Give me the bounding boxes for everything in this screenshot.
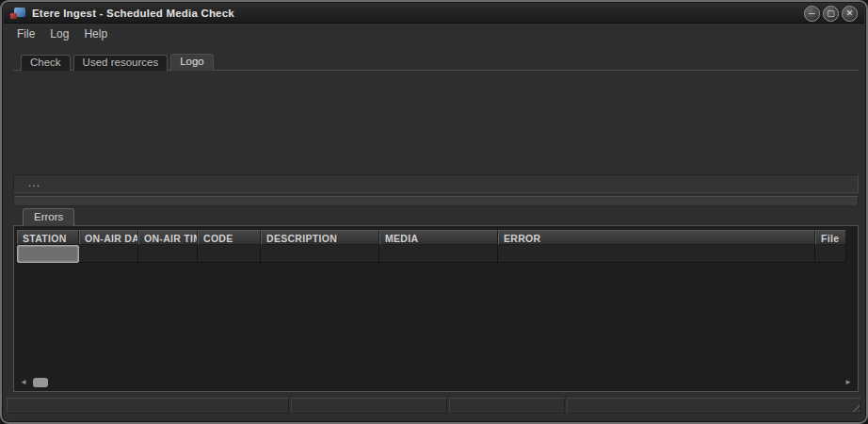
info-bar: ... <box>13 174 859 193</box>
main-tabstrip: Check Used resources Logo <box>21 55 214 71</box>
logo-tab-page <box>13 70 859 170</box>
table-cell-on-air-time[interactable] <box>138 245 198 263</box>
column-header-station[interactable]: STATION <box>17 230 79 245</box>
minimize-button[interactable]: ─ <box>804 6 820 22</box>
tab-used-resources[interactable]: Used resources <box>73 55 169 71</box>
resize-grip[interactable] <box>849 401 860 412</box>
maximize-button[interactable]: ▢ <box>823 6 839 22</box>
maximize-icon: ▢ <box>827 8 835 18</box>
minimize-icon: ─ <box>809 8 814 18</box>
scroll-left-icon[interactable]: ◄ <box>18 376 29 389</box>
menu-item-log[interactable]: Log <box>44 26 74 41</box>
menu-item-file[interactable]: File <box>11 26 40 41</box>
table-row[interactable] <box>17 245 846 263</box>
table-cell-file[interactable] <box>815 245 846 263</box>
column-header-on-air-time[interactable]: ON-AIR TIM <box>138 230 198 245</box>
column-header-media[interactable]: MEDIA <box>379 230 498 245</box>
table-cell-media[interactable] <box>379 245 498 263</box>
errors-table-header: STATION ON-AIR DAT ON-AIR TIM CODE DESCR… <box>17 230 846 245</box>
column-header-error[interactable]: ERROR <box>498 230 815 245</box>
close-icon: ✕ <box>846 8 854 18</box>
column-header-description[interactable]: DESCRIPTION <box>261 230 379 245</box>
status-panel <box>449 398 565 414</box>
tab-errors[interactable]: Errors <box>23 208 74 226</box>
menu-item-help[interactable]: Help <box>78 26 113 41</box>
table-cell-error[interactable] <box>498 245 815 263</box>
title-bar: Etere Ingest - Scheduled Media Check ─ ▢… <box>4 4 864 24</box>
app-window: Etere Ingest - Scheduled Media Check ─ ▢… <box>0 0 868 424</box>
column-header-code[interactable]: CODE <box>198 230 261 245</box>
table-cell-station-selected[interactable] <box>17 245 79 263</box>
close-button[interactable]: ✕ <box>842 6 858 22</box>
horizontal-scrollbar[interactable]: ◄ ► <box>16 376 856 389</box>
errors-table-panel: STATION ON-AIR DAT ON-AIR TIM CODE DESCR… <box>13 225 859 392</box>
status-panel <box>7 398 289 414</box>
table-cell-on-air-date[interactable] <box>79 245 138 263</box>
horizontal-scrollbar-thumb[interactable] <box>33 378 48 387</box>
table-cell-code[interactable] <box>198 245 261 263</box>
splitter-bar <box>13 196 859 206</box>
column-header-file[interactable]: File <box>815 230 846 245</box>
scroll-right-icon[interactable]: ► <box>843 376 854 389</box>
app-icon <box>10 8 25 19</box>
column-header-on-air-date[interactable]: ON-AIR DAT <box>79 230 138 245</box>
status-panel <box>567 398 861 414</box>
menu-bar: File Log Help <box>4 24 864 42</box>
tab-check[interactable]: Check <box>21 55 71 71</box>
tab-logo[interactable]: Logo <box>170 54 214 71</box>
table-cell-description[interactable] <box>261 245 379 263</box>
window-title: Etere Ingest - Scheduled Media Check <box>32 8 234 19</box>
status-panel <box>291 398 447 414</box>
status-bar <box>7 398 861 414</box>
